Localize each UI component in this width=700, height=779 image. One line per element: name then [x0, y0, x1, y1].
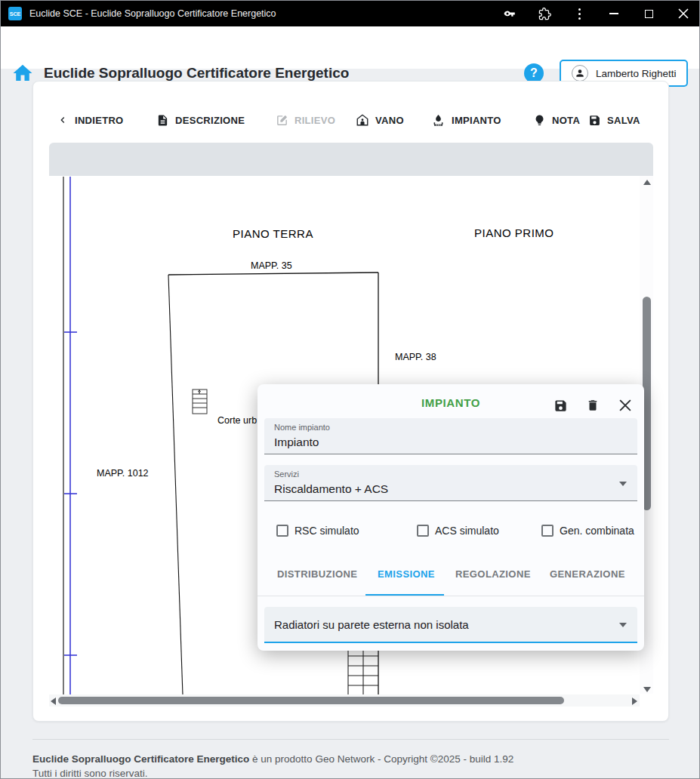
boiler-flame-icon [431, 113, 446, 128]
maximize-button[interactable] [631, 1, 666, 26]
chevron-left-icon [57, 114, 69, 126]
scroll-down-icon[interactable] [643, 687, 651, 692]
back-button[interactable]: INDIETRO [57, 110, 124, 130]
descrizione-button[interactable]: DESCRIZIONE [156, 110, 245, 130]
servizi-select[interactable]: Servizi Riscaldamento + ACS [264, 465, 637, 501]
plan-label-corte-urbana: Corte urb [217, 415, 257, 426]
person-icon [572, 65, 588, 82]
dialog-save-icon[interactable] [552, 397, 569, 414]
plan-label-mapp-1012: MAPP. 1012 [97, 468, 149, 479]
save-icon [588, 114, 601, 127]
footer-copyright: Euclide Sopralluogo Certificatore Energe… [32, 753, 513, 765]
tab-emissione[interactable]: EMISSIONE [378, 568, 435, 580]
user-name: Lamberto Righetti [596, 68, 677, 79]
nota-button[interactable]: NOTA [533, 110, 580, 130]
app-header: Euclide Sopralluogo Certificatore Energe… [1, 26, 700, 69]
minimize-button[interactable] [597, 1, 631, 26]
dialog-delete-icon[interactable] [584, 397, 601, 414]
edit-icon [276, 114, 288, 127]
scroll-up-icon[interactable] [643, 180, 651, 185]
plan-label-mapp-38: MAPP. 38 [395, 352, 436, 362]
checkbox-gen-combinata[interactable]: Gen. combinata [541, 525, 634, 537]
footer-divider [32, 739, 669, 740]
servizi-value: Riscaldamento + ACS [274, 482, 388, 496]
checkbox-acs-simulato[interactable]: ACS simulato [417, 525, 499, 537]
room-person-icon [356, 113, 369, 127]
tabs-divider [257, 596, 644, 596]
page-title: Euclide Sopralluogo Certificatore Energe… [44, 65, 349, 82]
scroll-left-icon[interactable] [51, 697, 56, 705]
nome-impianto-label: Nome impianto [274, 423, 330, 432]
scroll-right-icon[interactable] [632, 697, 637, 705]
footer-rights: Tutti i diritti sono riservati. [32, 768, 148, 779]
horizontal-scrollbar-thumb[interactable] [58, 697, 564, 704]
dialog-close-icon[interactable] [617, 397, 634, 414]
home-icon[interactable] [11, 62, 34, 88]
emissione-select-value: Radiatori su parete esterna non isolata [274, 618, 469, 631]
checkbox-box [276, 525, 288, 537]
lightbulb-icon [533, 114, 546, 127]
impianto-dialog: IMPIANTO Nome impianto Impianto Servizi … [257, 384, 644, 651]
close-window-button[interactable] [666, 1, 700, 26]
menu-kebab-icon[interactable] [562, 1, 597, 26]
emissione-select[interactable]: Radiatori su parete esterna non isolata [264, 607, 637, 643]
window-title: Euclide SCE - Euclide Sopralluogo Certif… [29, 8, 276, 19]
salva-button[interactable]: SALVA [588, 110, 640, 130]
plan-label-piano-terra: PIANO TERRA [233, 227, 313, 240]
window-titlebar: SCE Euclide SCE - Euclide Sopralluogo Ce… [1, 1, 700, 26]
checkbox-box [541, 525, 554, 537]
nome-impianto-value: Impianto [274, 436, 319, 449]
tab-distribuzione[interactable]: DISTRIBUZIONE [277, 568, 357, 580]
rilievo-button[interactable]: RILIEVO [276, 110, 335, 130]
tab-regolazione[interactable]: REGOLAZIONE [455, 568, 531, 580]
checkbox-rsc-simulato[interactable]: RSC simulato [276, 525, 359, 537]
chevron-down-icon [619, 623, 627, 627]
app-logo: SCE [8, 7, 22, 20]
document-icon [156, 114, 169, 127]
nome-impianto-field[interactable]: Nome impianto Impianto [264, 418, 637, 454]
impianto-button[interactable]: IMPIANTO [431, 110, 501, 130]
vano-button[interactable]: VANO [356, 110, 404, 130]
servizi-label: Servizi [274, 470, 299, 479]
checkbox-box [417, 525, 429, 537]
plan-label-mapp-35: MAPP. 35 [251, 260, 292, 271]
extensions-puzzle-icon[interactable] [527, 1, 562, 26]
tab-generazione[interactable]: GENERAZIONE [550, 568, 625, 580]
plan-label-piano-primo: PIANO PRIMO [474, 226, 554, 239]
chevron-down-icon [619, 482, 627, 486]
password-key-icon[interactable] [492, 1, 527, 26]
